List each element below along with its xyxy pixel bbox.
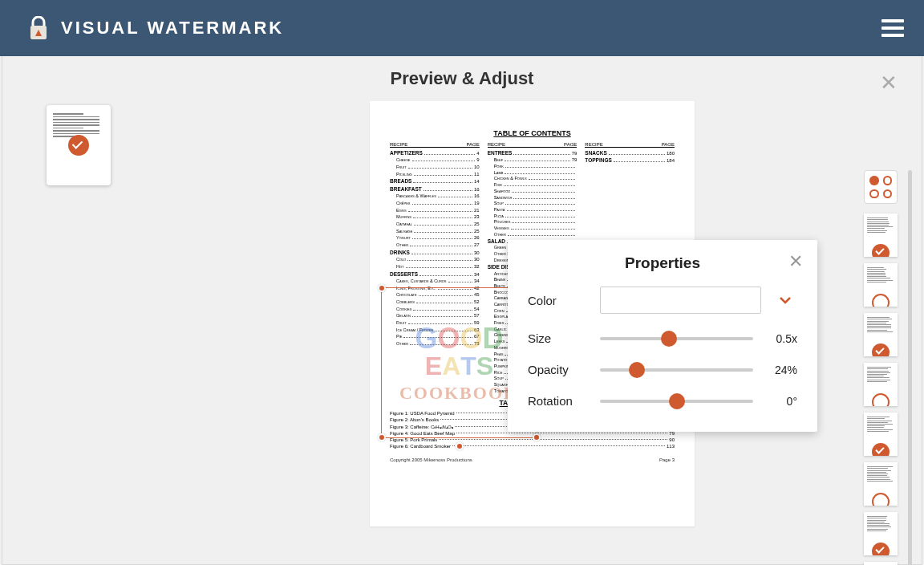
toc-row: BREAKFAST16 [390,185,480,193]
empty-badge-icon [872,294,890,307]
toc-row: Cookies54 [390,306,480,313]
figure-row: Figure 6: Cardboard Smoker113 [390,443,675,449]
preview-thumbnail[interactable] [864,213,898,257]
toc-row: Gelatin57 [390,312,480,319]
page-number: Page 3 [659,457,675,462]
toc-row: BREADS14 [390,177,480,185]
rotation-value: 0° [765,395,797,408]
toc-row: Pizza [488,213,578,220]
toc-row: Other27 [390,242,480,249]
preview-thumbnail[interactable] [864,263,898,307]
toc-row: Oatmeal25 [390,221,480,228]
toc-row: Icing, Frosting, Etc.42 [390,285,480,292]
preview-thumbnail[interactable] [864,413,898,456]
toc-row: Pickling11 [390,171,480,178]
check-badge-icon [872,443,890,456]
panel-title: Properties [528,254,797,272]
preview-thumbnail[interactable] [864,512,898,555]
toc-row: Cobblers52 [390,299,480,306]
left-panel [2,101,143,551]
brand: VISUAL WATERMARK [28,16,284,40]
preview-thumbnail[interactable] [864,562,898,565]
toc-row: Sandwich [488,195,578,201]
toc-row: Pie67 [390,333,480,340]
toc-row: Fruit10 [390,164,480,171]
color-dropdown-button[interactable] [773,287,797,314]
toc-heading: TABLE OF CONTENTS [390,129,675,137]
toc-row: DRINKS30 [390,249,480,256]
toc-row: Muffins23 [390,213,480,221]
opacity-slider[interactable] [600,368,753,372]
toc-row: Fish [488,182,578,189]
layout-strip [864,170,904,565]
brand-name: VISUAL WATERMARK [61,18,284,39]
panel-close-button[interactable]: ✕ [788,251,803,272]
size-slider[interactable] [600,337,753,340]
size-label: Size [528,331,588,345]
app-header: VISUAL WATERMARK [0,0,924,56]
toc-row: Cakes, Custards & Curds34 [390,278,480,285]
toc-row: Other [488,232,578,238]
toc-row: Crêpes19 [390,200,480,207]
main-area: Preview & Adjust ✕ TABLE OF CONTENTS REC… [2,56,922,565]
lock-icon [28,16,49,40]
resize-handle-bl[interactable] [378,433,386,441]
rotation-slider[interactable] [600,400,753,403]
close-button[interactable]: ✕ [880,71,898,96]
empty-badge-icon [872,393,890,406]
toc-row: TOPPINGS184 [585,156,675,164]
toc-row: Pasta [488,207,578,213]
toc-row: Yogurt26 [390,234,480,242]
check-badge-icon [872,244,890,257]
toc-row: Pancakes & Waffles16 [390,193,480,200]
toc-row: Chicken & Fowls [488,176,578,182]
source-thumbnail[interactable] [47,105,111,185]
layout-option-grid[interactable] [864,170,898,204]
toc-row: Lamb [488,170,578,177]
toc-row: Cold30 [390,256,480,263]
empty-badge-icon [872,493,890,506]
rotation-label: Rotation [528,394,588,408]
toc-row: Hot32 [390,263,480,270]
check-badge-icon [872,543,890,555]
color-label: Color [528,294,588,307]
toc-row: Pork [488,164,578,170]
preview-thumbnail[interactable] [864,462,898,506]
check-badge-icon [872,343,890,356]
color-swatch[interactable] [600,287,761,314]
toc-row: APPETIZERS4 [390,149,480,156]
preview-thumbnail[interactable] [864,363,898,406]
toc-row: Veggies [488,226,578,232]
check-badge-icon [68,135,89,156]
toc-row: Pouches [488,219,578,226]
copyright: Copyright 2005 Mikemoss Productions [390,457,472,462]
toc-row: Cheese9 [390,156,480,164]
resize-handle-tl[interactable] [378,284,386,292]
page-title: Preview & Adjust [2,56,922,97]
opacity-value: 24% [765,364,797,376]
preview-thumbnail[interactable] [864,313,898,356]
toc-row: ENTREES79 [488,149,578,156]
size-value: 0.5x [765,332,797,345]
figure-row: Figure 5: Pork Primals90 [390,437,675,443]
toc-row: Seafood [488,189,578,195]
toc-row: Beef79 [488,156,578,164]
toc-row: Sausage25 [390,228,480,235]
toc-row: DESSERTS34 [390,270,480,278]
toc-row: SNACKS180 [585,149,675,156]
opacity-label: Opacity [528,363,588,376]
toc-row: Soup [488,201,578,207]
toc-row: Chocolate45 [390,291,480,299]
toc-row: Fruit59 [390,319,480,327]
properties-panel: Properties ✕ Color Size 0.5x Opacity 24%… [508,240,817,432]
menu-button[interactable] [881,15,904,41]
toc-row: Ice Cream / Frozen63 [390,327,480,334]
toc-row: Other73 [390,340,480,348]
toc-row: Eggs21 [390,207,480,214]
